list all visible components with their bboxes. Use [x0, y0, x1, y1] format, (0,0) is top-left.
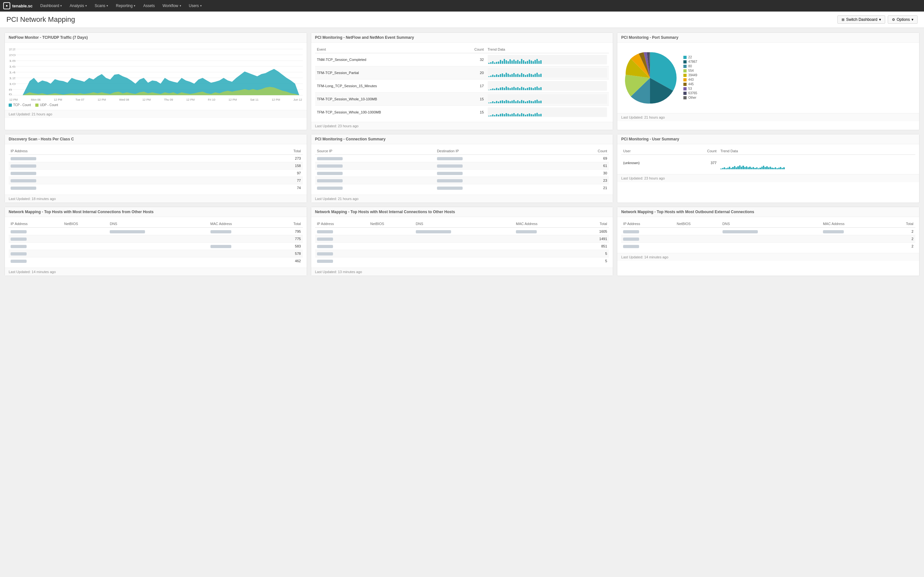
- user-trend-bar: [727, 168, 729, 169]
- svg-text:12: 12: [9, 77, 16, 80]
- netflow-svg: 22 20 18 16 14 12 10 8 6: [9, 46, 303, 97]
- user-trend-bar: [751, 168, 752, 169]
- table-row: 23: [315, 177, 609, 184]
- page-title: PCI Network Mapping: [6, 15, 75, 24]
- svg-text:14: 14: [9, 71, 16, 74]
- nav-scans[interactable]: Scans ▾: [91, 0, 111, 11]
- blurred-ip: [11, 172, 36, 175]
- page-header: PCI Network Mapping ⊞ Switch Dashboard ▾…: [0, 11, 924, 28]
- navbar: ■ tenable.sc Dashboard ▾ Analysis ▾ Scan…: [0, 0, 924, 11]
- user-trend-bar: [761, 167, 762, 169]
- pie-legend: 22 47867 80 554 39449 443 445 53 63765: [683, 55, 697, 100]
- blurred-ip: [437, 164, 463, 168]
- pci-port-body: 22 47867 80 554 39449 443 445 53 63765: [617, 43, 919, 113]
- user-trend-bar: [730, 168, 732, 169]
- analysis-caret: ▾: [86, 4, 87, 7]
- network-mapping-outbound-body: IP Address NetBIOS DNS MAC Address Total…: [617, 217, 919, 253]
- table-row: 158: [9, 162, 303, 169]
- panel-network-mapping-to: Network Mapping - Top Hosts with Most In…: [311, 207, 614, 276]
- pie-legend-dot: [683, 78, 687, 81]
- pie-container: 22 47867 80 554 39449 443 445 53 63765: [621, 46, 915, 110]
- panel-network-mapping-outbound: Network Mapping - Top Hosts with Most Ou…: [617, 207, 919, 276]
- switch-dashboard-button[interactable]: ⊞ Switch Dashboard ▾: [837, 15, 885, 24]
- brand-icon: ■: [3, 2, 10, 9]
- blurred-ip: [317, 179, 342, 182]
- nav-dashboard[interactable]: Dashboard ▾: [37, 0, 65, 11]
- svg-text:10: 10: [9, 82, 16, 85]
- blurred-mac: [516, 230, 537, 234]
- blurred-dns: [416, 230, 451, 234]
- options-button[interactable]: ⚙ Options ▾: [888, 15, 918, 24]
- from-col-mac: MAC Address: [208, 220, 274, 227]
- discovery-col-total: Total: [221, 147, 303, 155]
- table-row: 30: [315, 169, 609, 177]
- pie-legend-dot: [683, 65, 687, 68]
- dashboard-caret: ▾: [60, 4, 62, 7]
- blurred-ip: [437, 179, 463, 182]
- nav-assets[interactable]: Assets: [140, 0, 158, 11]
- netflow-monitor-body: 22 20 18 16 14 12 10 8 6 12 PM Mon 06: [5, 43, 307, 110]
- user-trend-bar: [753, 167, 754, 169]
- network-mapping-to-title: Network Mapping - Top Hosts with Most In…: [311, 207, 613, 217]
- user-trend-bar: [729, 167, 730, 169]
- pie-chart-svg: [621, 49, 679, 107]
- pci-event-table: Event Count Trend Data TNM-TCP_Session_C…: [315, 46, 609, 119]
- table-row: TFM-Long_TCP_Session_15_Minutes 17: [315, 79, 609, 93]
- blurred-ip: [437, 187, 463, 190]
- main-content: NetFlow Monitor - TCP/UDP Traffic (7 Day…: [0, 28, 924, 280]
- user-trend-bar: [776, 168, 778, 169]
- nav-analysis[interactable]: Analysis ▾: [66, 0, 90, 11]
- panel-netflow-monitor: NetFlow Monitor - TCP/UDP Traffic (7 Day…: [5, 32, 307, 130]
- pie-legend-dot: [683, 83, 687, 86]
- user-trend-bar: [768, 167, 769, 169]
- table-row: 77: [9, 177, 303, 184]
- pie-legend-item: 39449: [683, 73, 697, 77]
- user-trend-bar: [763, 166, 764, 169]
- brand[interactable]: ■ tenable.sc: [3, 2, 33, 9]
- nav-reporting[interactable]: Reporting ▾: [113, 0, 139, 11]
- user-trend-bar: [742, 166, 744, 169]
- pci-event-body: Event Count Trend Data TNM-TCP_Session_C…: [311, 43, 613, 122]
- network-mapping-to-table: IP Address NetBIOS DNS MAC Address Total…: [315, 220, 609, 264]
- nav-workflow[interactable]: Workflow ▾: [159, 0, 184, 11]
- panel-discovery-scan: Discovery Scan - Hosts Per Class C IP Ad…: [5, 134, 307, 203]
- pie-legend-item: 63765: [683, 91, 697, 95]
- from-col-dns: DNS: [108, 220, 208, 227]
- out-col-total: Total: [886, 220, 915, 227]
- conn-col-src: Source IP: [315, 147, 435, 155]
- panel-pci-event-summary: PCI Monitoring - NetFlow and NetMon Even…: [311, 32, 614, 130]
- pie-legend-item: 47867: [683, 60, 697, 63]
- user-trend-bar: [756, 167, 758, 169]
- from-col-total: Total: [274, 220, 303, 227]
- reporting-caret: ▾: [134, 4, 136, 7]
- user-trend-bar: [724, 167, 725, 169]
- network-mapping-to-body: IP Address NetBIOS DNS MAC Address Total…: [311, 217, 613, 268]
- table-row: 795: [9, 227, 303, 235]
- network-mapping-from-footer: Last Updated: 14 minutes ago: [5, 268, 307, 276]
- table-row: 1491: [315, 235, 609, 242]
- pie-legend-item: 443: [683, 78, 697, 81]
- user-trend-bar: [758, 168, 759, 169]
- svg-text:22: 22: [9, 48, 16, 51]
- conn-col-count: Count: [555, 147, 609, 155]
- user-trend-bar: [737, 166, 738, 169]
- netflow-legend: TCP - Count UDP - Count: [9, 103, 303, 107]
- blurred-dns: [110, 230, 145, 234]
- nav-users[interactable]: Users ▾: [186, 0, 205, 11]
- pie-legend-dot: [683, 60, 687, 63]
- workflow-caret: ▾: [180, 4, 181, 7]
- blurred-mac: [210, 230, 231, 234]
- pie-legend-item: Other: [683, 96, 697, 99]
- netflow-chart: 22 20 18 16 14 12 10 8 6: [9, 46, 303, 97]
- table-row: 2: [621, 227, 915, 235]
- table-row: (unknown) 377: [621, 155, 915, 171]
- pie-legend-item: 53: [683, 87, 697, 90]
- pci-connection-table: Source IP Destination IP Count 69 61: [315, 147, 609, 191]
- user-trend-bar: [720, 169, 722, 169]
- blurred-ip: [317, 237, 333, 241]
- table-row: 1605: [315, 227, 609, 235]
- table-row: 273: [9, 155, 303, 162]
- user-trend-bar: [775, 167, 776, 169]
- conn-col-dst: Destination IP: [435, 147, 555, 155]
- pci-port-title: PCI Monitoring - Port Summary: [617, 33, 919, 43]
